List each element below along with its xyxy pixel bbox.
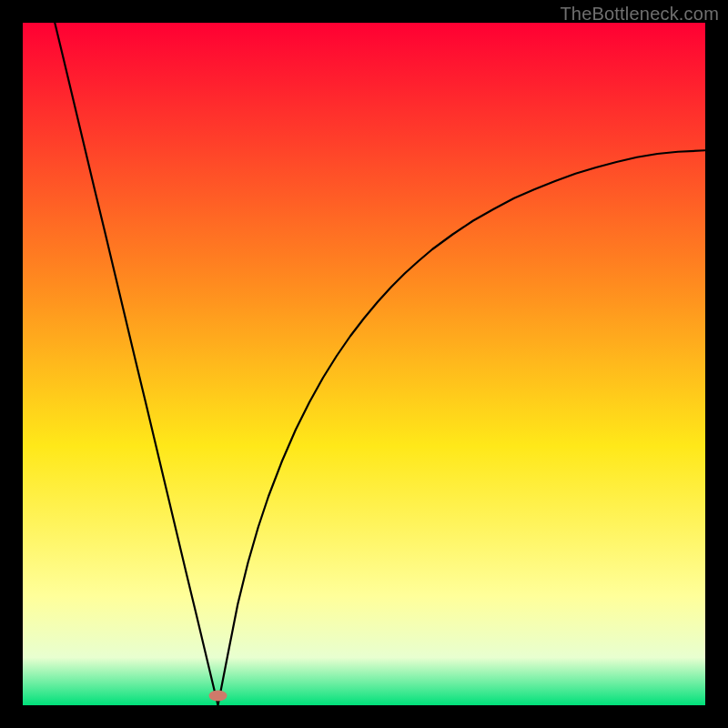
watermark-text: TheBottleneck.com	[560, 4, 719, 25]
minimum-marker	[209, 691, 228, 702]
chart-frame: TheBottleneck.com	[0, 0, 728, 728]
gradient-background	[23, 23, 705, 705]
chart-plot	[23, 23, 705, 705]
